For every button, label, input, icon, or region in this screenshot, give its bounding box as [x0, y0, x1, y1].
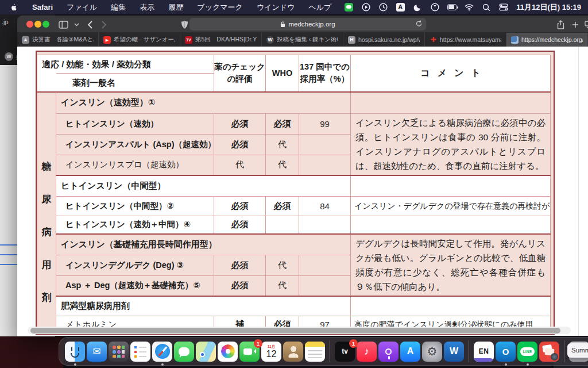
calendar-date: 11月12	[266, 344, 277, 359]
menu-item-1[interactable]: ファイル	[67, 2, 97, 13]
word-dock-icon[interactable]: W	[444, 342, 464, 362]
background-link[interactable]	[0, 244, 20, 246]
redphoto-dock-icon[interactable]	[539, 342, 559, 362]
zoom-window-button[interactable]	[42, 21, 49, 28]
back-button[interactable]	[85, 20, 95, 29]
apple-logo-icon[interactable]	[9, 3, 18, 12]
wp-favicon: W	[266, 36, 274, 44]
evernote-dock-icon[interactable]: EN	[474, 342, 494, 362]
menu-item-2[interactable]: 編集	[111, 2, 126, 13]
reload-icon[interactable]	[416, 20, 422, 28]
clipped-row: 抗コリン剤	[37, 334, 551, 335]
section-label: インスリン（速効型）①	[56, 92, 351, 114]
section-row: 糖尿病用剤 インスリン（速効型）①	[37, 92, 551, 114]
eval-value: 代	[214, 155, 266, 175]
appletv-glyph: tv	[342, 347, 348, 355]
rate-value	[299, 155, 351, 175]
who-value: 代	[266, 134, 299, 155]
menu-item-5[interactable]: ブックマーク	[197, 2, 243, 13]
calendar-dock-icon[interactable]: 11月12	[261, 342, 281, 362]
wifi-icon[interactable]	[465, 3, 474, 12]
control-center-icon[interactable]	[499, 3, 508, 12]
menu-item-3[interactable]: 表示	[140, 2, 154, 13]
address-bar[interactable]: medcheckjp.org	[189, 18, 426, 30]
wordpress-icon: W	[5, 52, 13, 61]
safari-dock-icon[interactable]	[152, 342, 172, 362]
horizontal-scrollbar-track[interactable]	[28, 327, 571, 334]
settings-dock-icon[interactable]: ⚙	[422, 342, 442, 362]
facetime-dock-icon[interactable]: 1	[239, 342, 260, 362]
browser-tab-4[interactable]: W投稿を編集 ‹ 錬キン術研究…	[262, 33, 343, 47]
line-status-icon[interactable]	[344, 3, 353, 12]
browser-tab-3[interactable]: TV第5回 DKA/HHS|Dr.YU…	[180, 33, 262, 47]
finder-dock-icon[interactable]	[65, 342, 85, 362]
background-link[interactable]	[0, 254, 20, 255]
browser-tab-2[interactable]: ▶希望の轍 - サザンオールス…	[99, 33, 180, 47]
forward-button[interactable]	[99, 20, 109, 29]
comment-cell: インスリン・デグルデクの登場で存在意義の再検討が必要かも？	[351, 196, 551, 216]
menu-item-7[interactable]: ヘルプ	[308, 2, 331, 13]
contacts-dock-icon[interactable]	[283, 342, 303, 362]
table-row: ヒトインスリン（速効＋中間）④ 必須	[37, 216, 551, 234]
section-row: 肥満型糖尿病用剤	[37, 296, 551, 316]
page-content: 適応 / 効能・効果 / 薬効分類 薬剤一般名 薬のチェックの評価 WHO 13…	[17, 47, 588, 336]
battery-icon[interactable]	[447, 3, 457, 12]
rate-value	[299, 216, 351, 234]
side-label-diabetes-drugs: 糖尿病用剤	[37, 92, 56, 335]
podcasts-dock-icon[interactable]	[378, 342, 399, 362]
reminders-dock-icon[interactable]	[130, 342, 150, 362]
messages-dock-icon[interactable]	[174, 342, 194, 362]
mc-favicon	[511, 36, 519, 44]
summary-button[interactable]: Summ	[567, 343, 588, 358]
menu-bar-clock[interactable]: 11月12日(日) 15:19	[516, 2, 581, 13]
menu-item-safari[interactable]: Safari	[32, 3, 53, 12]
launchpad-dock-icon[interactable]	[109, 342, 129, 362]
spotlight-search-icon[interactable]	[482, 3, 491, 12]
clock-icon[interactable]	[378, 3, 388, 12]
privacy-shield-icon[interactable]	[180, 20, 189, 29]
timer-icon[interactable]	[430, 3, 439, 12]
dock-divider	[330, 340, 330, 362]
empty-comment-cell	[351, 296, 551, 316]
maps-dock-icon[interactable]	[196, 342, 216, 362]
input-source-icon[interactable]: A	[396, 3, 405, 12]
tab-label: https://medcheckjp.org/.	[521, 36, 583, 43]
music-dock-icon[interactable]: ♪	[357, 342, 377, 362]
sidebar-chevron-icon[interactable]	[72, 20, 82, 29]
browser-tab-1[interactable]: A決算書 各論③M&Aとハイ…	[17, 33, 99, 47]
close-window-button[interactable]	[26, 21, 33, 28]
mail-dock-icon[interactable]: ✉	[87, 342, 107, 362]
empty-comment-cell	[351, 175, 551, 196]
tab-overview-icon[interactable]	[583, 20, 588, 29]
eval-value: 必須	[214, 134, 266, 155]
browser-tab-7[interactable]: https://medcheckjp.org/.	[506, 33, 588, 47]
new-tab-icon[interactable]	[570, 20, 580, 29]
empty-comment-cell	[351, 216, 551, 234]
line-dock-icon[interactable]: LINE	[517, 342, 537, 362]
drug-name: インスリンデグルデク (Deg) ③	[56, 255, 214, 275]
background-window-title: .jp	[2, 18, 9, 25]
share-icon[interactable]	[556, 20, 566, 29]
notification-badge: 1	[254, 339, 262, 348]
header-generic-name: 薬剤一般名	[56, 73, 214, 91]
horizontal-scrollbar-thumb[interactable]	[30, 328, 560, 334]
browser-tab-6[interactable]: ✚https://www.matsuyama….	[425, 33, 506, 47]
dock-divider	[469, 340, 469, 362]
eval-value: 必須	[214, 196, 266, 216]
appstore-dock-icon[interactable]: A	[400, 342, 420, 362]
photos-dock-icon[interactable]	[218, 342, 238, 362]
notes-dock-icon[interactable]	[305, 342, 325, 362]
appletv-dock-icon[interactable]: tv1	[335, 342, 355, 362]
menu-item-6[interactable]: ウインドウ	[257, 2, 295, 13]
minimize-window-button[interactable]	[34, 21, 41, 28]
menu-item-4[interactable]: 履歴	[168, 2, 183, 13]
drug-name: ヒトインスリン（中間型）②	[56, 196, 214, 216]
browser-tab-5[interactable]: Hhospi.sakura.ne.jp/wp/w…	[343, 33, 425, 47]
background-link[interactable]	[0, 264, 20, 265]
outlook-dock-icon[interactable]: O	[496, 342, 516, 362]
tab-label: 第5回 DKA/HHS|Dr.YU…	[195, 36, 257, 44]
focus-moon-icon[interactable]	[413, 3, 422, 12]
play-circle-icon[interactable]	[361, 3, 370, 12]
header-classification: 適応 / 効能・効果 / 薬効分類	[37, 55, 214, 73]
sidebar-toggle-icon[interactable]	[59, 20, 68, 29]
